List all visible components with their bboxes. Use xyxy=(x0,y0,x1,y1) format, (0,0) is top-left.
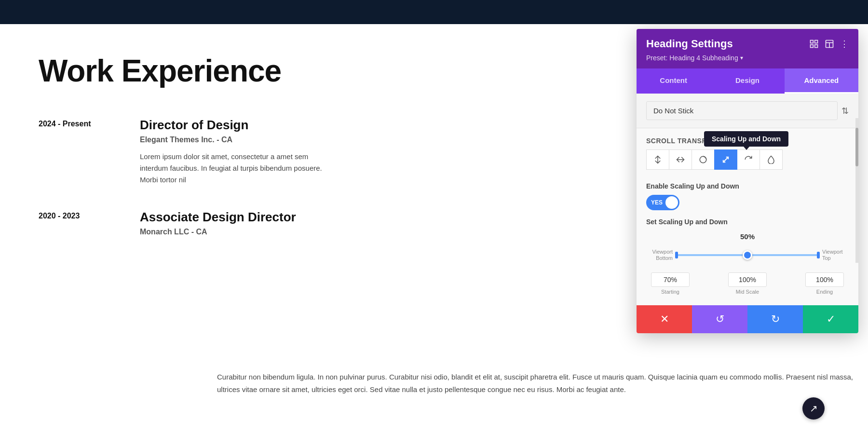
job-company-1: Elegant Themes Inc. - CA xyxy=(140,136,323,144)
svg-line-10 xyxy=(723,157,729,163)
undo-button[interactable]: ↺ xyxy=(692,305,747,333)
tab-advanced[interactable]: Advanced xyxy=(785,68,858,94)
transform-move-h-button[interactable] xyxy=(669,149,692,170)
job-company-2: Monarch LLC - CA xyxy=(140,228,296,236)
job-title-2: Associate Design Director xyxy=(140,210,296,225)
tooltip-scaling: Scaling Up and Down xyxy=(704,131,788,147)
job-entry-2: 2020 - 2023 Associate Design Director Mo… xyxy=(39,210,395,243)
tab-design[interactable]: Design xyxy=(710,68,784,94)
top-navigation-bar xyxy=(0,0,868,24)
job-entry-1: 2024 - Present Director of Design Elegan… xyxy=(39,118,395,186)
bottom-description-text: Curabitur non bibendum ligula. In non pu… xyxy=(217,371,858,395)
resume-area: Work Experience 2024 - Present Director … xyxy=(0,24,434,296)
starting-input[interactable] xyxy=(651,272,690,287)
slider-area: Viewport Bottom Viewport Top xyxy=(646,245,849,265)
job-title-1: Director of Design xyxy=(140,118,323,133)
viewport-top-label: Viewport Top xyxy=(822,249,849,261)
job-description-1: Lorem ipsum dolor sit amet, consectetur … xyxy=(140,151,323,186)
transform-opacity-button[interactable] xyxy=(760,149,783,170)
slider-thumb[interactable] xyxy=(743,250,752,260)
redo-button[interactable]: ↻ xyxy=(747,305,803,333)
more-options-button[interactable]: ⋮ xyxy=(840,39,849,49)
enable-section: Enable Scaling Up and Down YES xyxy=(637,177,858,218)
ending-value-box: Ending xyxy=(805,272,844,295)
starting-value-box: Starting xyxy=(651,272,690,295)
svg-rect-2 xyxy=(811,45,814,48)
job-details-2: Associate Design Director Monarch LLC - … xyxy=(140,210,296,243)
svg-rect-1 xyxy=(815,41,818,43)
panel-scrollbar[interactable] xyxy=(855,118,858,263)
viewport-bottom-label: Viewport Bottom xyxy=(646,249,673,261)
main-content: Work Experience 2024 - Present Director … xyxy=(0,24,868,434)
panel-title: Heading Settings xyxy=(646,38,733,50)
panel-tabs: Content Design Advanced xyxy=(637,68,858,94)
capture-icon-button[interactable] xyxy=(809,39,819,49)
transform-refresh-button[interactable] xyxy=(737,149,760,170)
transform-rotate-button[interactable] xyxy=(692,149,715,170)
panel-icon-group: ⋮ xyxy=(809,39,849,49)
job-date-1: 2024 - Present xyxy=(39,118,111,186)
panel-header: Heading Settings xyxy=(637,29,858,68)
transform-icons-row: Scaling Up and Down xyxy=(637,149,858,177)
toggle-knob xyxy=(665,196,678,209)
toggle-yes-label: YES xyxy=(651,199,663,206)
slider-track[interactable] xyxy=(675,254,820,256)
transform-move-v-button[interactable] xyxy=(646,149,669,170)
slider-left-stop xyxy=(675,252,678,258)
mid-scale-label: Mid Scale xyxy=(728,289,767,295)
page-title: Work Experience xyxy=(39,53,395,89)
panel-actions: ✕ ↺ ↻ ✓ xyxy=(637,305,858,333)
save-button[interactable]: ✓ xyxy=(803,305,858,333)
sticky-select[interactable]: Do Not Stick Stick to Top Stick to Botto… xyxy=(646,101,838,120)
job-date-2: 2020 - 2023 xyxy=(39,210,111,243)
values-row: Starting Mid Scale Ending xyxy=(646,272,849,295)
starting-label: Starting xyxy=(651,289,690,295)
mid-scale-value-box: Mid Scale xyxy=(728,272,767,295)
enable-toggle[interactable]: YES xyxy=(646,195,679,210)
transform-scale-button[interactable] xyxy=(714,149,737,170)
ending-label: Ending xyxy=(805,289,844,295)
tab-content[interactable]: Content xyxy=(637,68,710,94)
float-action-button[interactable]: ↗ xyxy=(802,397,825,420)
mid-scale-input[interactable] xyxy=(728,272,767,287)
layout-icon-button[interactable] xyxy=(825,39,834,49)
select-arrow-icon: ⇅ xyxy=(841,106,849,116)
cancel-button[interactable]: ✕ xyxy=(637,305,692,333)
panel-preset[interactable]: Preset: Heading 4 Subheading xyxy=(646,54,849,62)
panel-body: Do Not Stick Stick to Top Stick to Botto… xyxy=(637,94,858,333)
scaling-title: Set Scaling Up and Down xyxy=(646,218,849,226)
settings-panel: Heading Settings xyxy=(637,29,858,333)
svg-rect-3 xyxy=(815,45,818,48)
percent-label: 50% xyxy=(646,232,849,241)
enable-label: Enable Scaling Up and Down xyxy=(646,182,849,190)
scaling-section: Set Scaling Up and Down 50% Viewport Bot… xyxy=(637,218,858,305)
sticky-row: Do Not Stick Stick to Top Stick to Botto… xyxy=(637,94,858,128)
job-details-1: Director of Design Elegant Themes Inc. -… xyxy=(140,118,323,186)
ending-input[interactable] xyxy=(805,272,844,287)
panel-header-top: Heading Settings xyxy=(646,38,849,50)
slider-right-stop xyxy=(817,252,820,258)
panel-scrollbar-thumb xyxy=(855,128,858,166)
svg-rect-0 xyxy=(811,41,814,43)
